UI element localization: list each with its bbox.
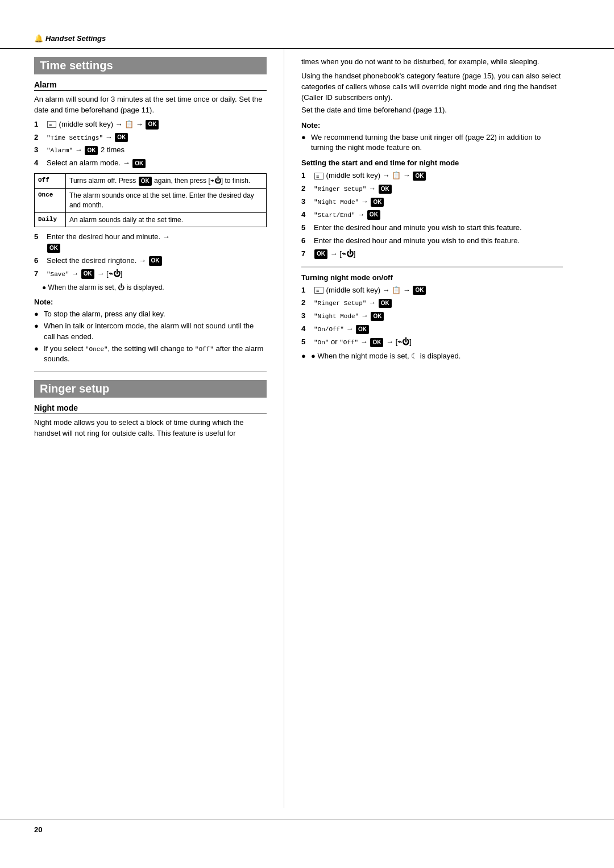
table-row-off: Off Turns alarm off. Press OK again, the… <box>35 174 267 189</box>
se-end-icon-7: ⌁⏻ <box>342 249 354 258</box>
se-ok-4: OK <box>367 210 380 220</box>
right-bullet-1: ● <box>301 132 309 143</box>
end-icon-off: ⌁⏻ <box>210 177 221 185</box>
alarm-description: An alarm will sound for 3 minutes at the… <box>34 94 267 116</box>
right-intro-3: Set the date and time beforehand (page 1… <box>301 105 563 116</box>
step-6-content: Select the desired ringtone. → OK <box>47 256 267 266</box>
t-step-5-off-label: "Off" <box>339 339 358 346</box>
off-desc: Turns alarm off. Press OK again, then pr… <box>66 174 267 189</box>
step-3-content: "Alarm" → OK 2 times <box>47 145 267 156</box>
se-phonebook-icon: 📋 <box>392 171 401 180</box>
alarm-step-7: 7 "Save" → OK → [⌁⏻] <box>34 269 267 279</box>
alarm-note-3-text: If you select "Once", the setting will c… <box>44 344 267 365</box>
two-column-layout: Time settings Alarm An alarm will sound … <box>0 49 614 808</box>
step-7-label: "Save" <box>47 271 69 278</box>
se-step-5: 5 Enter the desired hour and minute you … <box>301 223 563 233</box>
bullet-2: ● <box>34 321 42 331</box>
se-step-4: 4 "Start/End" → OK <box>301 210 563 220</box>
right-intro-1: times when you do not want to be disturb… <box>301 57 563 68</box>
alarm-note-label: Note: <box>34 297 267 308</box>
t-ok-2: OK <box>379 299 392 308</box>
t-step-2: 2 "Ringer Setup" → OK <box>301 298 563 308</box>
t-step-1: 1 (middle soft key) → 📋 → OK <box>301 285 563 296</box>
t-step-3: 3 "Night Mode" → OK <box>301 311 563 322</box>
night-mode-bullet: ● <box>301 351 309 361</box>
alarm-note-2: ● When in talk or intercom mode, the ala… <box>34 321 267 341</box>
night-mode-title: Night mode <box>34 403 267 414</box>
ringer-setup-title: Ringer setup <box>34 380 267 398</box>
step-num-6: 6 <box>34 256 44 266</box>
page: 🔔 Handset Settings Time settings Alarm A… <box>0 0 614 868</box>
se-step-2-label: "Ringer Setup" <box>314 186 366 193</box>
page-number: 20 <box>34 825 42 834</box>
step-1-content: (middle soft key) → 📋 → OK <box>47 119 267 130</box>
se-step-num-6: 6 <box>301 236 312 247</box>
bell-icon: 🔔 <box>34 34 43 43</box>
header-title: Handset Settings <box>45 34 106 43</box>
right-column: times when you do not want to be disturb… <box>284 49 591 808</box>
right-section-divider <box>301 266 563 268</box>
se-step-7: 7 OK → [⌁⏻] <box>301 249 563 260</box>
alarm-when-set-note: ● When the alarm is set, ⏻ is displayed. <box>42 283 267 293</box>
se-step-6-content: Enter the desired hour and minute you wi… <box>314 236 563 247</box>
se-step-2-content: "Ringer Setup" → OK <box>314 183 563 194</box>
t-step-5-content: "On" or "Off" → OK → [⌁⏻] <box>314 337 563 348</box>
se-step-num-2: 2 <box>301 183 312 194</box>
t-step-2-label: "Ringer Setup" <box>314 300 366 307</box>
se-step-num-4: 4 <box>301 210 312 220</box>
table-row-daily: Daily An alarm sounds daily at the set t… <box>35 212 267 227</box>
se-step-5-content: Enter the desired hour and minute you wi… <box>314 223 563 233</box>
t-ok-1: OK <box>413 286 426 295</box>
bullet-3: ● <box>34 344 42 354</box>
start-end-steps: 1 (middle soft key) → 📋 → OK 2 "Ringer S… <box>301 170 563 259</box>
t-step-num-4: 4 <box>301 324 312 335</box>
t-step-1-content: (middle soft key) → 📋 → OK <box>314 285 563 296</box>
night-mode-when-set: ● ● When the night mode is set, ☾ is dis… <box>301 351 563 361</box>
alarm-steps-1-4: 1 (middle soft key) → 📋 → OK 2 "Time Set… <box>34 119 267 169</box>
se-step-6: 6 Enter the desired hour and minute you … <box>301 236 563 247</box>
alarm-step-6: 6 Select the desired ringtone. → OK <box>34 256 267 266</box>
once-desc: The alarm sounds once at the set time. E… <box>66 189 267 213</box>
se-step-1-content: (middle soft key) → 📋 → OK <box>314 170 563 181</box>
t-step-4-content: "On/Off" → OK <box>314 324 563 335</box>
once-key: Once <box>35 189 66 213</box>
page-footer: 20 <box>0 819 614 834</box>
t-ok-5: OK <box>370 338 383 348</box>
alarm-note-3: ● If you select "Once", the setting will… <box>34 344 267 365</box>
step-num-5: 5 <box>34 232 44 243</box>
t-step-4-label: "On/Off" <box>314 326 344 333</box>
t-step-num-2: 2 <box>301 298 312 308</box>
se-step-4-label: "Start/End" <box>314 212 355 219</box>
alarm-steps-5-7: 5 Enter the desired hour and minute. → O… <box>34 232 267 279</box>
ok-badge-3: OK <box>85 146 98 156</box>
daily-key: Daily <box>35 212 66 227</box>
se-menu-icon <box>314 173 323 180</box>
night-mode-desc: Night mode allows you to select a block … <box>34 418 267 439</box>
ok-badge-off: OK <box>139 177 152 186</box>
alarm-step-5: 5 Enter the desired hour and minute. → O… <box>34 232 267 253</box>
t-step-4: 4 "On/Off" → OK <box>301 324 563 335</box>
right-note-1-text: We recommend turning the base unit ringe… <box>311 132 563 153</box>
page-header: 🔔 Handset Settings <box>0 34 614 49</box>
start-end-title: Setting the start and end time for night… <box>301 158 563 167</box>
se-step-7-content: OK → [⌁⏻] <box>314 249 563 260</box>
ok-badge-6: OK <box>149 256 162 266</box>
se-step-3: 3 "Night Mode" → OK <box>301 197 563 207</box>
ok-badge-7: OK <box>81 269 94 279</box>
turning-steps: 1 (middle soft key) → 📋 → OK 2 "Ringer S… <box>301 285 563 348</box>
step-num-7: 7 <box>34 269 44 279</box>
right-note-label: Note: <box>301 120 563 131</box>
se-ok-3: OK <box>371 198 384 207</box>
se-step-num-3: 3 <box>301 197 312 207</box>
t-step-num-1: 1 <box>301 285 312 296</box>
t-step-3-label: "Night Mode" <box>314 313 359 320</box>
section-divider <box>34 371 267 372</box>
menu-icon <box>47 121 56 128</box>
daily-desc: An alarm sounds daily at the set time. <box>66 212 267 227</box>
alarm-notes-list: ● To stop the alarm, press any dial key.… <box>34 309 267 364</box>
t-step-5: 5 "On" or "Off" → OK → [⌁⏻] <box>301 337 563 348</box>
alarm-note-2-text: When in talk or intercom mode, the alarm… <box>44 321 267 341</box>
se-step-3-label: "Night Mode" <box>314 199 359 206</box>
step-num-4: 4 <box>34 158 44 169</box>
se-ok-1: OK <box>413 172 426 181</box>
